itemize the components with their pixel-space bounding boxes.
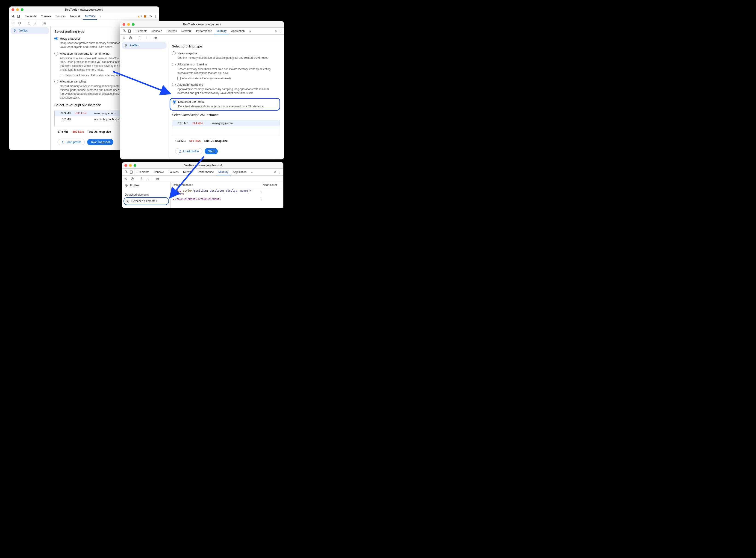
tab-network[interactable]: Network: [68, 13, 83, 20]
upload-icon[interactable]: [140, 177, 144, 181]
device-icon[interactable]: [17, 15, 20, 18]
load-profile-button[interactable]: Load profile: [175, 148, 202, 154]
tab-more[interactable]: »: [247, 28, 253, 34]
tab-more[interactable]: »: [249, 169, 255, 175]
tab-elements[interactable]: Elements: [135, 169, 151, 175]
window-title: DevTools - www.google.com/: [9, 8, 159, 11]
kebab-icon[interactable]: ⋮: [278, 171, 281, 174]
memory-toolbar: [120, 34, 284, 41]
tab-network[interactable]: Network: [181, 169, 196, 175]
close-icon[interactable]: [123, 23, 125, 26]
option-allocation-sampling: Allocation sampling Approximate memory a…: [172, 82, 280, 97]
record-icon[interactable]: [122, 36, 126, 40]
tab-memory[interactable]: Memory: [214, 28, 229, 34]
radio-heap[interactable]: [172, 51, 176, 55]
gear-icon[interactable]: ⚙: [150, 15, 152, 18]
gc-icon[interactable]: [156, 177, 159, 181]
tab-sources[interactable]: Sources: [53, 13, 68, 20]
clear-icon[interactable]: [129, 36, 132, 40]
start-button[interactable]: Start: [205, 148, 218, 154]
clear-icon[interactable]: [130, 177, 134, 181]
traffic-lights: [123, 23, 134, 26]
take-snapshot-button[interactable]: Take snapshot: [87, 139, 114, 145]
tab-console[interactable]: Console: [39, 13, 53, 20]
clear-icon[interactable]: [18, 21, 21, 25]
sidebar-section-detached: Detached elements: [122, 192, 170, 197]
upload-icon[interactable]: [27, 21, 31, 25]
tab-more[interactable]: »: [97, 13, 103, 20]
gc-icon[interactable]: [43, 21, 47, 25]
tab-console[interactable]: Console: [151, 169, 166, 175]
checkbox-stack-traces[interactable]: [60, 74, 63, 77]
vm-heading: Select JavaScript VM instance: [172, 113, 280, 117]
gear-icon[interactable]: ⚙: [274, 29, 277, 33]
radio-timeline[interactable]: [54, 52, 58, 55]
device-icon[interactable]: [128, 29, 131, 33]
maximize-icon[interactable]: [21, 8, 24, 11]
inspect-icon[interactable]: [123, 29, 126, 33]
minimize-icon[interactable]: [16, 8, 19, 11]
profiling-heading: Select profiling type: [172, 44, 280, 48]
tab-elements[interactable]: Elements: [133, 28, 150, 34]
load-profile-button[interactable]: Load profile: [58, 139, 85, 145]
sidebar: Profiles: [120, 41, 168, 159]
tab-console[interactable]: Console: [150, 28, 164, 34]
svg-point-23: [126, 186, 126, 186]
tab-application[interactable]: Application: [229, 28, 247, 34]
tab-network[interactable]: Network: [179, 28, 194, 34]
maximize-icon[interactable]: [132, 23, 134, 26]
tab-sources[interactable]: Sources: [166, 169, 181, 175]
tab-application[interactable]: Application: [231, 169, 249, 175]
record-icon[interactable]: [11, 21, 15, 25]
kebab-icon[interactable]: ⋮: [279, 29, 282, 33]
record-icon[interactable]: [124, 177, 128, 181]
tab-elements[interactable]: Elements: [22, 13, 39, 20]
table-row[interactable]: ●<fake-element></fake-element> 1: [171, 197, 283, 202]
sidebar-item-profiles[interactable]: Profiles: [122, 42, 167, 49]
sidebar-profiles-label: Profiles: [130, 184, 139, 187]
tab-memory[interactable]: Memory: [216, 169, 231, 175]
sidebar: Profiles: [9, 26, 51, 150]
minimize-icon[interactable]: [129, 164, 132, 167]
gear-icon[interactable]: ⚙: [274, 171, 277, 174]
radio-heap[interactable]: [54, 36, 58, 40]
col-node-count[interactable]: Node count: [260, 182, 283, 188]
svg-point-7: [15, 31, 15, 31]
maximize-icon[interactable]: [134, 164, 136, 167]
warning-badge[interactable]: ▲1: [137, 15, 142, 18]
kebab-icon[interactable]: ⋮: [154, 15, 157, 18]
upload-icon[interactable]: [138, 36, 142, 40]
radio-timeline[interactable]: [172, 63, 176, 66]
col-detached-nodes[interactable]: Detached nodes: [171, 182, 260, 188]
checkbox-stack-traces[interactable]: [177, 77, 181, 80]
option-detached-elements-highlight: Detached elements Detached elements show…: [170, 98, 280, 110]
sidebar-profile-detached-1[interactable]: Detached elements 1: [124, 197, 169, 205]
error-badge[interactable]: !1: [144, 15, 148, 18]
inspect-icon[interactable]: [11, 15, 15, 18]
close-icon[interactable]: [124, 164, 127, 167]
table-row[interactable]: ●<div style="position: absolute; display…: [171, 188, 283, 197]
tab-performance[interactable]: Performance: [196, 169, 216, 175]
download-icon[interactable]: [145, 36, 148, 40]
close-icon[interactable]: [11, 8, 14, 11]
radio-sampling[interactable]: [172, 83, 176, 86]
svg-point-15: [126, 46, 126, 46]
download-icon[interactable]: [146, 177, 150, 181]
radio-sampling[interactable]: [54, 80, 58, 83]
tab-memory[interactable]: Memory: [83, 13, 97, 20]
vm-row[interactable]: 13.0 MB 3.1 kB/s www.google.com: [172, 120, 280, 126]
inspect-icon[interactable]: [124, 170, 128, 174]
total-size: 27.5 MB: [58, 130, 68, 133]
tab-performance[interactable]: Performance: [194, 28, 214, 34]
gc-icon[interactable]: [154, 36, 158, 40]
sidebar-item-profiles[interactable]: Profiles: [122, 182, 170, 189]
svg-point-13: [125, 44, 126, 45]
minimize-icon[interactable]: [127, 23, 130, 26]
sidebar-item-profiles[interactable]: Profiles: [10, 27, 49, 34]
total-label: Total JS heap size: [204, 140, 228, 143]
radio-detached[interactable]: [173, 100, 176, 104]
device-icon[interactable]: [129, 170, 133, 174]
download-icon[interactable]: [33, 21, 37, 25]
tab-sources[interactable]: Sources: [164, 28, 179, 34]
svg-point-5: [14, 29, 15, 30]
